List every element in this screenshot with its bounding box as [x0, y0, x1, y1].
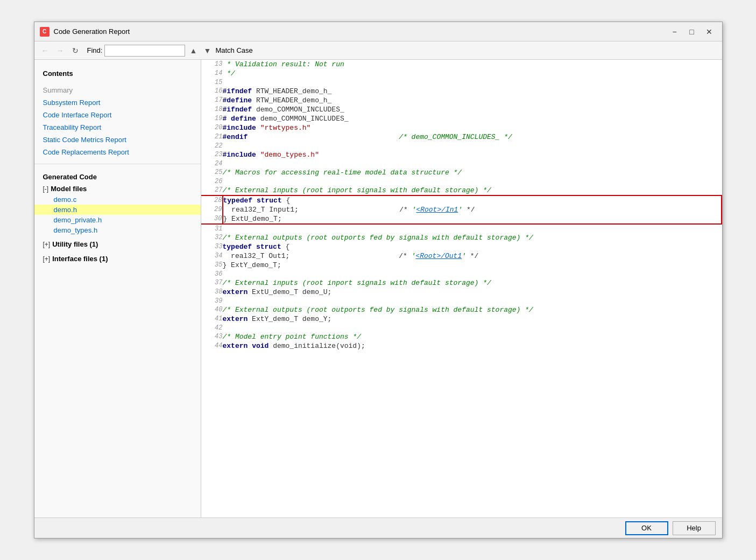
- line-code: /* External outputs (root outports fed b…: [223, 305, 722, 314]
- code-line-43: 43/* Model entry point functions */: [201, 332, 722, 341]
- forward-button[interactable]: →: [54, 44, 67, 57]
- model-files-toggle[interactable]: [-]: [43, 185, 49, 193]
- line-code: #define RTW_HEADER_demo_h_: [223, 96, 722, 105]
- help-button[interactable]: Help: [673, 521, 716, 535]
- code-line-16: 16#ifndef RTW_HEADER_demo_h_: [201, 87, 722, 96]
- line-code: [223, 159, 722, 168]
- sidebar-item-code-interface[interactable]: Code Interface Report: [34, 109, 201, 121]
- line-code: [223, 270, 722, 278]
- line-number: 20: [201, 123, 223, 132]
- line-number: 43: [201, 332, 223, 341]
- file-demo-private-h[interactable]: demo_private.h: [34, 215, 201, 225]
- line-code: } ExtU_demo_T;: [223, 214, 722, 224]
- sidebar-item-traceability[interactable]: Traceability Report: [34, 121, 201, 134]
- line-code: typedef struct {: [223, 195, 722, 205]
- code-line-19: 19# define demo_COMMON_INCLUDES_: [201, 114, 722, 123]
- line-number: 32: [201, 233, 223, 242]
- line-number: 22: [201, 142, 223, 150]
- file-demo-types-h-link[interactable]: demo_types.h: [54, 226, 98, 234]
- find-input[interactable]: [104, 45, 185, 57]
- sidebar-divider: [34, 164, 201, 164]
- code-line-25: 25/* Macros for accessing real-time mode…: [201, 168, 722, 177]
- link-root-out1[interactable]: <Root>/Out1: [415, 252, 462, 260]
- code-scroll[interactable]: 13 * Validation result: Not run14 */1516…: [201, 60, 722, 517]
- find-next-button[interactable]: ▼: [201, 45, 213, 57]
- code-line-30: 30} ExtU_demo_T;: [201, 214, 722, 224]
- sidebar-item-code-replacements[interactable]: Code Replacements Report: [34, 146, 201, 158]
- back-button[interactable]: ←: [39, 44, 52, 57]
- code-line-29: 29 real32_T Input1; /* '<Root>/In1' */: [201, 205, 722, 214]
- line-code: [223, 224, 722, 233]
- bottom-bar: OK Help: [34, 517, 722, 538]
- line-number: 28: [201, 195, 223, 205]
- code-line-42: 42: [201, 324, 722, 332]
- ok-button[interactable]: OK: [625, 521, 668, 535]
- maximize-button[interactable]: □: [684, 26, 700, 38]
- line-code: [223, 297, 722, 305]
- line-number: 19: [201, 114, 223, 123]
- utility-files-tree-item[interactable]: [+] Utility files (1): [34, 239, 201, 250]
- utility-files-toggle[interactable]: [+]: [43, 241, 51, 248]
- line-number: 13: [201, 60, 223, 69]
- line-code: [223, 78, 722, 87]
- code-line-38: 38extern ExtU_demo_T demo_U;: [201, 288, 722, 297]
- contents-label: Contents: [34, 66, 201, 80]
- line-code: [223, 177, 722, 186]
- code-line-26: 26: [201, 177, 722, 186]
- line-code: /* Model entry point functions */: [223, 332, 722, 341]
- line-number: 34: [201, 251, 223, 261]
- line-number: 33: [201, 242, 223, 251]
- find-prev-button[interactable]: ▲: [187, 45, 199, 57]
- file-demo-h-link[interactable]: demo.h: [54, 206, 77, 214]
- sidebar-item-static-code[interactable]: Static Code Metrics Report: [34, 134, 201, 146]
- line-number: 27: [201, 186, 223, 195]
- file-demo-c[interactable]: demo.c: [34, 194, 201, 205]
- line-code: /* External inputs (root inport signals …: [223, 278, 722, 288]
- line-number: 38: [201, 288, 223, 297]
- code-line-15: 15: [201, 78, 722, 87]
- code-panel: 13 * Validation result: Not run14 */1516…: [201, 60, 722, 517]
- interface-files-tree-item[interactable]: [+] Interface files (1): [34, 253, 201, 264]
- line-number: 42: [201, 324, 223, 332]
- line-code: #include "rtwtypes.h": [223, 123, 722, 132]
- line-number: 17: [201, 96, 223, 105]
- code-line-33: 33typedef struct {: [201, 242, 722, 251]
- code-line-35: 35} ExtY_demo_T;: [201, 261, 722, 270]
- code-line-40: 40/* External outputs (root outports fed…: [201, 305, 722, 314]
- line-code: #include "demo_types.h": [223, 150, 722, 159]
- file-demo-h[interactable]: demo.h: [34, 205, 201, 215]
- minimize-button[interactable]: −: [667, 26, 682, 38]
- main-area: Contents Summary Subsystem Report Code I…: [34, 60, 722, 517]
- sidebar-item-summary[interactable]: Summary: [34, 84, 201, 96]
- file-demo-types-h[interactable]: demo_types.h: [34, 225, 201, 235]
- line-code: extern ExtU_demo_T demo_U;: [223, 288, 722, 297]
- sidebar-item-subsystem[interactable]: Subsystem Report: [34, 96, 201, 109]
- model-files-label: Model files: [51, 185, 87, 193]
- line-number: 35: [201, 261, 223, 270]
- find-label: Find:: [87, 46, 103, 54]
- window-title: Code Generation Report: [54, 27, 130, 36]
- refresh-button[interactable]: ↻: [69, 44, 82, 57]
- match-case-label[interactable]: Match Case: [215, 46, 252, 54]
- link-root-in1[interactable]: <Root>/In1: [416, 206, 458, 214]
- line-number: 24: [201, 159, 223, 168]
- file-demo-private-h-link[interactable]: demo_private.h: [54, 216, 102, 224]
- code-line-27: 27/* External inputs (root inport signal…: [201, 186, 722, 195]
- interface-files-toggle[interactable]: [+]: [43, 255, 51, 263]
- line-number: 40: [201, 305, 223, 314]
- file-demo-c-link[interactable]: demo.c: [54, 195, 77, 204]
- line-code: extern ExtY_demo_T demo_Y;: [223, 314, 722, 324]
- line-code: #ifndef demo_COMMON_INCLUDES_: [223, 105, 722, 114]
- code-line-39: 39: [201, 297, 722, 305]
- line-number: 18: [201, 105, 223, 114]
- code-line-24: 24: [201, 159, 722, 168]
- close-button[interactable]: ✕: [702, 26, 717, 38]
- code-line-44: 44extern void demo_initialize(void);: [201, 341, 722, 351]
- line-code: # define demo_COMMON_INCLUDES_: [223, 114, 722, 123]
- code-line-34: 34 real32_T Out1; /* '<Root>/Out1' */: [201, 251, 722, 261]
- line-number: 23: [201, 150, 223, 159]
- code-line-28: 28typedef struct {: [201, 195, 722, 205]
- line-number: 29: [201, 205, 223, 214]
- line-number: 41: [201, 314, 223, 324]
- model-files-tree-item[interactable]: [-] Model files: [34, 183, 201, 194]
